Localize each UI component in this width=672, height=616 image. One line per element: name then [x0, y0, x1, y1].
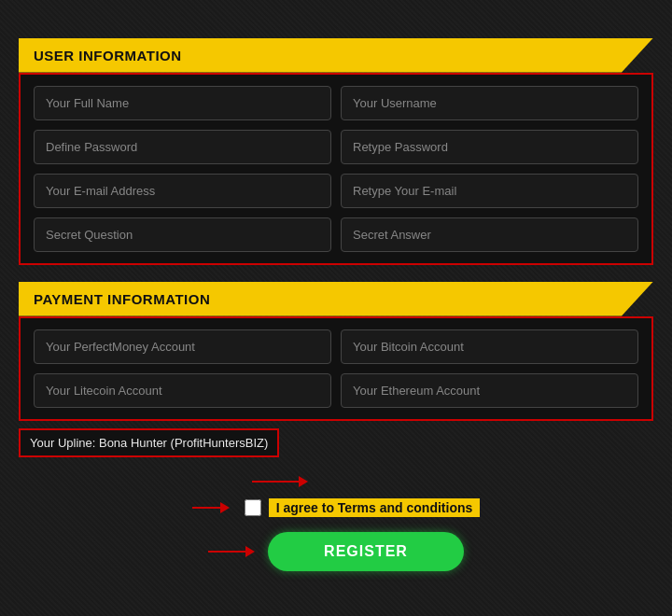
ethereum-input[interactable] [341, 373, 638, 408]
user-info-header: USER INFORMATION [19, 38, 653, 73]
payment-info-fields [19, 316, 653, 421]
perfectmoney-input[interactable] [34, 329, 331, 364]
register-row: REGISTER [19, 532, 653, 571]
upline-arrow-line [252, 481, 299, 483]
upline-label: Your Upline: Bona Hunter (ProfitHuntersB… [30, 436, 268, 450]
upline-box: Your Upline: Bona Hunter (ProfitHuntersB… [19, 428, 279, 457]
user-row-2 [34, 130, 638, 164]
user-info-fields [19, 73, 653, 265]
payment-row-2 [34, 373, 638, 408]
upline-section: Your Upline: Bona Hunter (ProfitHuntersB… [19, 434, 653, 487]
register-arrow-line [208, 551, 245, 553]
terms-arrow-line [192, 507, 220, 509]
email-input[interactable] [34, 174, 331, 208]
username-input[interactable] [341, 86, 638, 120]
full-name-input[interactable] [34, 86, 331, 120]
retype-email-input[interactable] [341, 174, 638, 208]
terms-arrow-head [220, 502, 230, 513]
password-input[interactable] [34, 130, 331, 164]
secret-question-input[interactable] [34, 217, 331, 252]
secret-answer-input[interactable] [341, 217, 638, 252]
terms-label[interactable]: I agree to Terms and conditions [269, 498, 481, 517]
register-arrow-head [245, 546, 255, 557]
retype-password-input[interactable] [341, 130, 638, 164]
register-button[interactable]: REGISTER [268, 532, 464, 571]
user-row-3 [34, 174, 638, 208]
user-row-4 [34, 217, 638, 252]
user-row-1 [34, 86, 638, 120]
payment-row-1 [34, 329, 638, 364]
terms-checkbox[interactable] [245, 499, 261, 516]
upline-arrow-head [299, 476, 308, 487]
litecoin-input[interactable] [34, 373, 331, 408]
bitcoin-input[interactable] [341, 329, 638, 364]
registration-form: USER INFORMATION PAY [19, 38, 653, 579]
terms-row: I agree to Terms and conditions [19, 498, 653, 517]
payment-info-header: PAYMENT INFORMATION [19, 282, 653, 316]
